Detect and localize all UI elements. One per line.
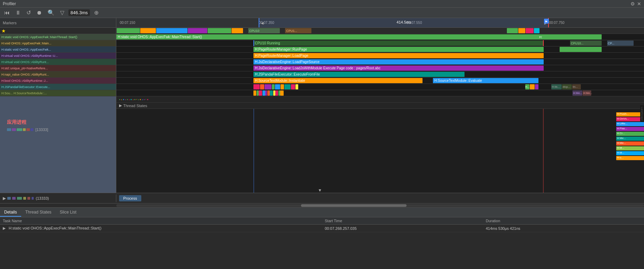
expand-icon[interactable]: ▶ xyxy=(119,103,122,108)
tab-details[interactable]: Details xyxy=(0,208,21,217)
star-icon: ★ xyxy=(1,28,6,34)
trace-label-2[interactable]: H:static void OHOS::AppExecFwk... xyxy=(0,46,116,53)
selection-duration: 414.5ms xyxy=(396,20,411,24)
block-loadsource[interactable]: H:JsiDeclarativeEngine::LoadPageSource xyxy=(253,59,544,64)
cpu-cp: CP... xyxy=(607,41,634,46)
settings-icon[interactable]: ⚙ xyxy=(630,1,635,7)
row-expand-icon[interactable]: ▶ xyxy=(3,226,6,230)
arrow-left: ◄ xyxy=(260,21,264,26)
main-layout: Markers ★ H:static void OHOS::AppExecFwk… xyxy=(0,18,644,269)
row-loadpage: H:PageRouterManager::LoadPage xyxy=(116,53,644,59)
trace-label-4[interactable]: H:virtual void OHOS::AbilityRunt... xyxy=(0,59,116,65)
toolbar: ⏮ ⏸ ↺ ⏺ 🔍 ▽ 846.3ms ⊕ xyxy=(0,8,644,18)
trace-label-6[interactable]: H:napi_value OHOS::AbilityRunt... xyxy=(0,71,116,78)
trace-label-0[interactable]: H:static void OHOS::AppExecFwk::MainThre… xyxy=(0,34,116,40)
time-3: 00:07.750 xyxy=(549,21,564,25)
right-panel: 00:07.150 00:07.350 00:07.550 00:07.750 … xyxy=(116,18,644,193)
markers-header: Markers xyxy=(0,18,116,28)
side-vertical-label: LandScape xyxy=(640,105,644,122)
trace-label-9[interactable]: H:Sou... H:SourceTextModule::... xyxy=(0,90,116,96)
col-task-name: Task Name xyxy=(0,217,322,225)
expand-btn[interactable]: ▶ xyxy=(3,196,6,201)
toolbar-refresh-btn[interactable]: ↺ xyxy=(25,9,32,17)
row-mini2: H:Me... H:Me... xyxy=(116,90,644,96)
marker-row: CPU10 CPU1... xyxy=(116,28,644,34)
row-loadsource: H:JsiDeclarativeEngine::LoadPageSource xyxy=(116,59,644,65)
window-controls: ⚙ ✕ xyxy=(630,1,641,7)
app-title: Profiler xyxy=(3,1,16,6)
cpu-right-blocks xyxy=(507,28,644,34)
toolbar-pause-btn[interactable]: ⏸ xyxy=(14,9,22,17)
process-id-bar: (13333) xyxy=(36,196,49,200)
toolbar-search-btn[interactable]: 🔍 xyxy=(46,9,56,17)
process-tab[interactable]: Process xyxy=(119,195,141,201)
trace-label-8[interactable]: H:JSPandaFileExecutor::Execute... xyxy=(0,84,116,90)
proc-icon-2 xyxy=(12,128,16,131)
scatter-dots: ● ● ● ● ● ● ● ● ● ● ● ● ● ● ● ● xyxy=(116,96,644,102)
p-icon-2 xyxy=(12,197,16,200)
titlebar: Profiler ⚙ ✕ xyxy=(0,0,644,8)
cpu10-mini-label: CPU10 xyxy=(248,28,280,33)
trace-text-8: H:JSPandaFileExecutor::Execute... xyxy=(1,85,50,89)
row-loadjs: H:JsiDeclarativeEngine::LoadJsWithModule… xyxy=(116,65,644,71)
cpu-running-row: CPU10 Running CPU10... CP... xyxy=(116,40,644,46)
v-marker-left xyxy=(253,40,254,46)
timeline-ruler: 00:07.150 00:07.350 00:07.550 00:07.750 … xyxy=(116,18,644,28)
v-marker-right xyxy=(543,40,544,46)
process-id: [13333] xyxy=(35,128,48,132)
toolbar-back-btn[interactable]: ⏮ xyxy=(3,9,11,17)
scrollbar-track xyxy=(116,204,644,207)
mini2-right: H:Me... H:Me... xyxy=(572,90,591,96)
proc-icon-3 xyxy=(17,128,22,131)
v-line-red xyxy=(543,109,544,193)
trace-text-4: H:virtual void OHOS::AbilityRunt... xyxy=(1,60,49,64)
p-icon-5 xyxy=(27,197,30,200)
mini-row-blocks xyxy=(253,84,298,89)
trace-label-7[interactable]: H:bool OHOS::AbilityRuntime::J... xyxy=(0,78,116,84)
block-executefile[interactable]: H:JSPandaFileExecutor::ExecuteFromFile xyxy=(253,72,465,77)
p-icon-6 xyxy=(32,197,34,200)
proc-icon-4 xyxy=(23,128,26,131)
trace-text-7: H:bool OHOS::AbilityRuntime::J... xyxy=(1,79,48,83)
trace-text-6: H:napi_value OHOS::AbilityRunt... xyxy=(1,73,49,76)
tab-slice-list[interactable]: Slice List xyxy=(56,208,81,217)
proc-icon-1 xyxy=(7,128,11,131)
cell-start-time: 00:07.268.257.035 xyxy=(322,225,483,232)
toolbar-record-btn[interactable]: ⏺ xyxy=(35,9,43,17)
scrollbar-row[interactable] xyxy=(0,203,644,208)
thread-states-row: ▶ Thread States xyxy=(116,103,644,109)
cpu-running-label: CPU10 Running xyxy=(253,41,544,46)
row-executefile: H:JSPandaFileExecutor::ExecuteFromFile xyxy=(116,71,644,78)
block-runpage[interactable]: H:PageRouterManager::RunPage xyxy=(253,47,544,52)
end-marker: ▶ xyxy=(544,19,549,24)
close-icon[interactable]: ✕ xyxy=(637,1,641,7)
process-name: 应用进程 xyxy=(7,118,48,127)
mini-row-right: H... xyxy=(525,84,538,89)
markers-label: Markers xyxy=(3,21,17,25)
block-runpage-r xyxy=(560,47,602,52)
trace-label-5[interactable]: H:std::unique_ptr<NativeRefere... xyxy=(0,65,116,71)
scrollbar-thumb[interactable] xyxy=(301,204,407,207)
table-row[interactable]: ▶ H:static void OHOS::AppExecFwk::MainTh… xyxy=(0,225,644,232)
block-loadjs[interactable]: H:JsiDeclarativeEngine::LoadJsWithModule… xyxy=(253,66,544,71)
trace-text-2: H:static void OHOS::AppExecFwk... xyxy=(1,48,51,51)
toolbar-filter-btn[interactable]: ▽ xyxy=(59,9,66,17)
selection-region: 414.5ms ◄ ► ▶ xyxy=(259,18,549,27)
end-marker-icon: ▶ xyxy=(545,20,547,23)
block-loadpage[interactable]: H:PageRouterManager::LoadPage xyxy=(253,53,544,58)
trace-label-1[interactable]: H:void OHOS::AppExecFwk::Main... xyxy=(0,40,116,46)
time-display: 846.3ms xyxy=(68,9,90,16)
process-bar-right: Process xyxy=(116,194,644,203)
tab-thread-states[interactable]: Thread States xyxy=(21,208,56,217)
collapse-btn[interactable]: ▼ xyxy=(318,188,322,193)
cpu-running-right: CPU10... xyxy=(570,41,602,46)
toolbar-add-btn[interactable]: ⊕ xyxy=(93,9,100,17)
cpu-mini-blocks xyxy=(116,28,507,34)
process-bar: ▶ (13333) Process ▼ xyxy=(0,193,644,203)
thread-states-label: Thread States xyxy=(123,104,147,108)
proc-icon-5 xyxy=(26,128,30,131)
block-stm1[interactable]: H:SourceTextModule::Instantiate xyxy=(253,78,422,83)
block-stm2[interactable]: H:SourceTextModule::Evaluate xyxy=(433,78,538,83)
main-trace-block[interactable]: H:static void OHOS::AppExecFwk::MainThre… xyxy=(116,34,581,40)
trace-label-3[interactable]: H:virtual void OHOS::AbilityRuntime::U..… xyxy=(0,53,116,59)
